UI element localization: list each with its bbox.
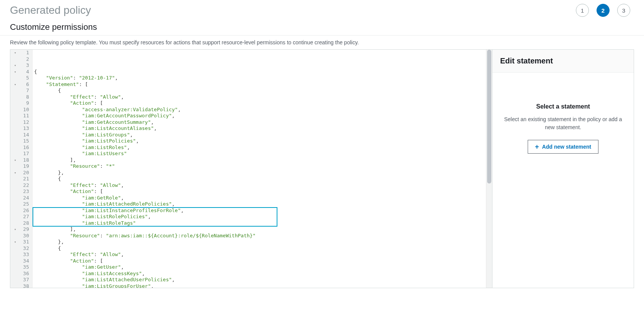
line-number: 23 (13, 188, 29, 195)
step-3[interactable]: 3 (617, 4, 630, 17)
line-number: 18▾ (13, 157, 29, 164)
line-number: 16 (13, 144, 29, 151)
panel-header: Edit statement (492, 50, 634, 73)
section-description: Review the following policy template. Yo… (0, 36, 644, 49)
code-line[interactable]: "iam:ListRolePolicies", (33, 214, 486, 220)
line-number: 6▾ (13, 81, 29, 88)
code-line[interactable]: { (33, 245, 486, 252)
line-number: 20▾ (13, 170, 29, 176)
line-number: 2 (13, 56, 29, 63)
code-line[interactable]: { (33, 176, 486, 182)
scrollbar-track[interactable] (486, 50, 492, 288)
code-line[interactable]: "iam:GetRole", (33, 195, 486, 201)
line-number: 27 (13, 214, 29, 220)
add-button-label: Add new statement (542, 144, 591, 150)
edit-statement-panel: Edit statement Select a statement Select… (492, 49, 634, 288)
panel-prompt-text: Select an existing statement in the poli… (502, 115, 624, 131)
code-line[interactable]: "iam:ListInstanceProfilesForRole", (33, 208, 486, 214)
wizard-steps: 1 2 3 (576, 4, 634, 17)
code-line[interactable]: { (33, 88, 486, 94)
code-line[interactable]: "iam:GetAccountPasswordPolicy", (33, 113, 486, 119)
code-line[interactable]: "iam:ListRoles", (33, 144, 486, 151)
line-number: 14 (13, 132, 29, 138)
code-line[interactable]: { (33, 69, 486, 75)
policy-editor[interactable]: 1▾23▾4▾56▾789101112131415161718▾1920▾212… (10, 49, 492, 288)
code-line[interactable]: "Statement": [ (33, 81, 486, 88)
line-number: 31▾ (13, 239, 29, 245)
step-1[interactable]: 1 (576, 4, 589, 17)
add-new-statement-button[interactable]: + Add new statement (528, 140, 598, 154)
line-number: 36 (13, 271, 29, 277)
code-line[interactable]: "iam:ListAccessKeys", (33, 271, 486, 277)
line-number: 22 (13, 182, 29, 189)
code-line[interactable]: "Action": [ (33, 188, 486, 195)
line-number: 8 (13, 94, 29, 101)
code-line[interactable]: ], (33, 157, 486, 164)
line-number: 28 (13, 220, 29, 227)
section-title: Customize permissions (10, 22, 634, 32)
line-number: 24 (13, 195, 29, 201)
line-number: 4▾ (13, 69, 29, 75)
fold-icon[interactable]: ▾ (14, 62, 16, 69)
code-line[interactable]: "iam:ListAccountAliases", (33, 125, 486, 132)
code-line[interactable]: "Action": [ (33, 100, 486, 107)
code-line[interactable]: }, (33, 170, 486, 176)
line-number: 7 (13, 88, 29, 94)
fold-icon[interactable]: ▾ (14, 81, 16, 88)
code-line[interactable]: "iam:GetUser", (33, 264, 486, 271)
line-number: 17 (13, 151, 29, 157)
panel-title: Edit statement (500, 57, 626, 65)
step-2[interactable]: 2 (597, 4, 610, 17)
line-number: 9 (13, 100, 29, 107)
plus-icon: + (535, 143, 539, 150)
code-line[interactable]: "Resource": "arn:aws:iam::${Account}:rol… (33, 233, 486, 239)
code-line[interactable]: "access-analyzer:ValidatePolicy", (33, 107, 486, 113)
line-number: 1▾ (13, 50, 29, 56)
code-line[interactable]: "iam:ListGroupsForUser", (33, 283, 486, 288)
code-line[interactable]: "iam:ListPolicies", (33, 138, 486, 144)
code-line[interactable]: "Version": "2012-10-17", (33, 75, 486, 81)
line-number: 32 (13, 245, 29, 252)
code-line[interactable]: "Resource": "*" (33, 163, 486, 170)
fold-icon[interactable]: ▾ (14, 170, 16, 176)
page-title: Generated policy (10, 4, 91, 16)
line-number: 12 (13, 119, 29, 126)
line-number: 35 (13, 264, 29, 271)
scrollbar-thumb[interactable] (487, 50, 491, 183)
line-number: 29▾ (13, 226, 29, 233)
editor-gutter: 1▾23▾4▾56▾789101112131415161718▾1920▾212… (10, 50, 33, 288)
code-line[interactable]: "Effect": "Allow", (33, 182, 486, 189)
editor-code[interactable]: { "Version": "2012-10-17", "Statement": … (33, 50, 486, 288)
code-line[interactable]: "Effect": "Allow", (33, 94, 486, 101)
code-line[interactable]: "iam:ListRoleTags" (33, 220, 486, 227)
code-line[interactable]: "iam:GetAccountSummary", (33, 119, 486, 126)
line-number: 11 (13, 113, 29, 119)
line-number: 10 (13, 107, 29, 113)
code-line[interactable]: "Action": [ (33, 258, 486, 264)
code-line[interactable]: ], (33, 226, 486, 233)
line-number: 34 (13, 258, 29, 264)
line-number: 33 (13, 251, 29, 258)
code-line[interactable]: "iam:ListAttachedRolePolicies", (33, 201, 486, 208)
line-number: 3▾ (13, 62, 29, 69)
panel-prompt-heading: Select a statement (502, 103, 624, 110)
code-line[interactable]: "iam:ListUsers" (33, 151, 486, 157)
line-number: 30 (13, 233, 29, 239)
code-line[interactable]: }, (33, 239, 486, 245)
code-line[interactable]: "Effect": "Allow", (33, 251, 486, 258)
line-number: 25 (13, 201, 29, 208)
line-number: 37 (13, 277, 29, 283)
fold-icon[interactable]: ▾ (14, 69, 16, 75)
fold-icon[interactable]: ▾ (14, 239, 16, 245)
line-number: 38 (13, 283, 29, 289)
line-number: 5 (13, 75, 29, 81)
code-line[interactable]: "iam:ListGroups", (33, 132, 486, 138)
line-number: 26 (13, 208, 29, 214)
line-number: 15 (13, 138, 29, 144)
fold-icon[interactable]: ▾ (14, 157, 16, 164)
fold-icon[interactable]: ▾ (14, 226, 16, 233)
fold-icon[interactable]: ▾ (14, 50, 16, 56)
code-line[interactable]: "iam:ListAttachedUserPolicies", (33, 277, 486, 283)
line-number: 13 (13, 125, 29, 132)
line-number: 21 (13, 176, 29, 182)
